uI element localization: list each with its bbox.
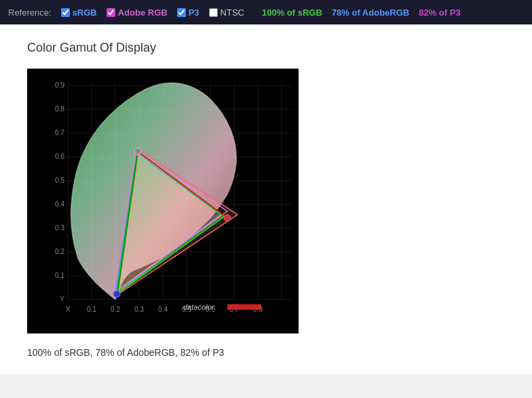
svg-text:Y: Y [60, 295, 64, 303]
svg-text:0.8: 0.8 [55, 105, 64, 113]
svg-text:datacolor: datacolor [183, 303, 215, 311]
ref-ntsc-item[interactable]: NTSC [209, 7, 244, 18]
srgb-checkbox[interactable] [61, 8, 70, 17]
svg-point-47 [224, 215, 231, 221]
svg-text:0.7: 0.7 [55, 129, 64, 137]
main-content: Color Gamut Of Display [0, 24, 532, 374]
ref-adobe-item[interactable]: Adobe RGB [107, 7, 168, 18]
svg-text:0.3: 0.3 [55, 224, 64, 232]
svg-point-46 [134, 148, 141, 155]
svg-point-48 [113, 291, 120, 297]
svg-text:X: X [66, 306, 71, 313]
srgb-label: sRGB [73, 7, 97, 18]
svg-text:0.2: 0.2 [55, 248, 64, 255]
svg-text:0.4: 0.4 [158, 306, 168, 313]
svg-text:0.2: 0.2 [111, 306, 120, 313]
svg-text:0.3: 0.3 [134, 306, 144, 313]
chart-title: Color Gamut Of Display [27, 41, 505, 55]
reference-label: Reference: [8, 7, 52, 18]
svg-text:0.9: 0.9 [55, 82, 64, 89]
svg-text:0.6: 0.6 [55, 153, 64, 160]
svg-text:0.1: 0.1 [87, 306, 96, 313]
p3-label: P3 [189, 7, 200, 18]
stat-adobe: 78% of AdobeRGB [332, 7, 409, 18]
ntsc-label: NTSC [221, 7, 244, 18]
svg-rect-50 [227, 304, 261, 310]
reference-bar: Reference: sRGB Adobe RGB P3 NTSC 100% o… [0, 0, 532, 24]
ref-p3-item[interactable]: P3 [177, 7, 200, 18]
p3-checkbox[interactable] [177, 8, 186, 17]
chart-svg: 0.9 0.8 0.7 0.6 0.5 0.4 0.3 0.2 0.1 Y X … [27, 69, 299, 333]
ntsc-checkbox[interactable] [209, 8, 218, 17]
svg-text:0.5: 0.5 [55, 177, 64, 184]
stat-p3: 82% of P3 [419, 7, 460, 18]
adobe-label: Adobe RGB [118, 7, 168, 18]
stat-srgb: 100% of sRGB [262, 7, 322, 18]
chart-container: 0.9 0.8 0.7 0.6 0.5 0.4 0.3 0.2 0.1 Y X … [27, 69, 299, 333]
svg-text:0.1: 0.1 [55, 272, 64, 279]
svg-text:0.4: 0.4 [55, 200, 64, 208]
ref-srgb-item[interactable]: sRGB [61, 7, 97, 18]
summary-text: 100% of sRGB, 78% of AdobeRGB, 82% of P3 [27, 347, 505, 358]
adobe-checkbox[interactable] [107, 8, 115, 17]
